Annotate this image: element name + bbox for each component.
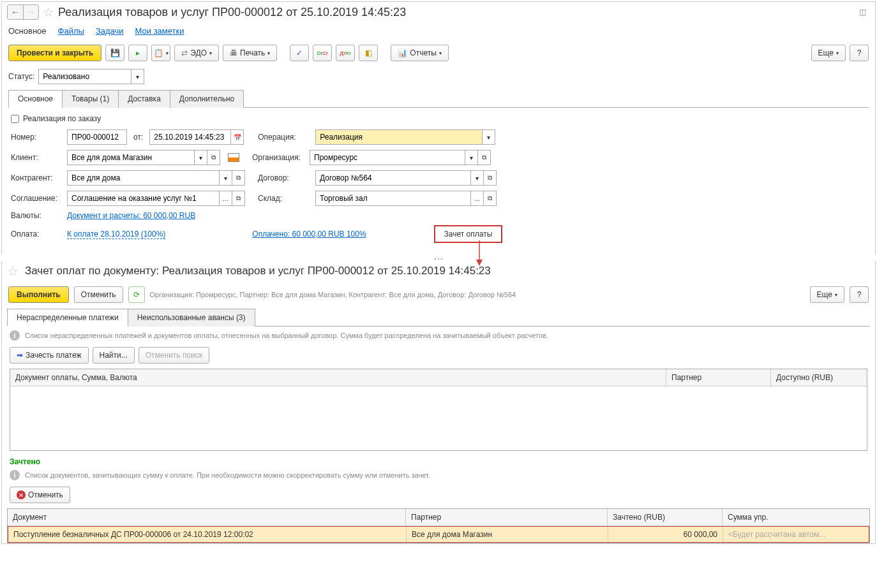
calendar-icon[interactable]: 📅 bbox=[231, 129, 244, 145]
cell-credited: 60 000,00 bbox=[608, 527, 723, 542]
warehouse-label: Склад: bbox=[258, 194, 311, 203]
tab-files[interactable]: Файлы bbox=[58, 26, 84, 36]
back-button[interactable]: ← bbox=[8, 5, 23, 19]
tab-unused-advances[interactable]: Неиспользованные авансы (3) bbox=[128, 309, 255, 327]
org-dropdown-icon[interactable]: ▾ bbox=[465, 150, 478, 165]
col2-partner[interactable]: Партнер bbox=[406, 509, 608, 526]
number-label: Номер: bbox=[11, 133, 63, 142]
agreement-input[interactable] bbox=[67, 191, 220, 206]
status-select[interactable] bbox=[38, 69, 131, 84]
forward-button[interactable]: → bbox=[23, 5, 38, 19]
col-doc-payment[interactable]: Документ оплаты, Сумма, Валюта bbox=[10, 369, 666, 386]
offset-payment-button[interactable]: Зачет оплаты bbox=[434, 225, 503, 243]
client-input[interactable] bbox=[67, 150, 195, 165]
favorite-star-icon[interactable]: ☆ bbox=[43, 4, 54, 20]
currency-label: Валюты: bbox=[11, 211, 63, 220]
save-button[interactable]: 💾 bbox=[105, 45, 124, 61]
contract-label: Договор: bbox=[258, 173, 311, 182]
tab-notes[interactable]: Мои заметки bbox=[135, 26, 184, 36]
info-icon: i bbox=[10, 330, 20, 341]
execute-button[interactable]: Выполнить bbox=[8, 286, 69, 303]
more-button[interactable]: Еще▾ bbox=[811, 45, 846, 61]
warehouse-open-icon[interactable]: ⧉ bbox=[484, 191, 497, 206]
find-button[interactable]: Найти... bbox=[93, 347, 135, 364]
dtkt-button[interactable]: ДтКт bbox=[336, 45, 355, 61]
credited-header: Зачтено bbox=[2, 453, 875, 470]
card-icon[interactable] bbox=[228, 153, 239, 162]
tab-tasks[interactable]: Задачи bbox=[96, 26, 124, 36]
agreement-more-icon[interactable]: … bbox=[220, 191, 232, 206]
undistributed-table: Документ оплаты, Сумма, Валюта Партнер Д… bbox=[10, 369, 867, 451]
cancel-credit-button[interactable]: ✕Отменить bbox=[10, 487, 70, 503]
operation-dropdown-icon[interactable]: ▾ bbox=[483, 129, 495, 145]
info-icon-2: i bbox=[10, 470, 20, 480]
panel-resizer[interactable]: • • • bbox=[0, 256, 877, 260]
date-input[interactable] bbox=[149, 129, 231, 145]
post-and-close-button[interactable]: Провести и закрыть bbox=[8, 45, 101, 61]
tab-main[interactable]: Основное bbox=[8, 26, 47, 36]
col-partner[interactable]: Партнер bbox=[666, 369, 771, 386]
tab-undistributed[interactable]: Нераспределенные платежи bbox=[7, 309, 128, 327]
subtab-delivery[interactable]: Доставка bbox=[118, 90, 170, 108]
help-button-2[interactable]: ? bbox=[850, 286, 869, 303]
main-toolbar: Провести и закрыть 💾 ▸ 📋▾ ⇄ЭДО▾ 🖶Печать▾… bbox=[2, 40, 875, 66]
info-text-2: Список документов, зачитывающих сумму к … bbox=[25, 471, 430, 479]
create-based-button[interactable]: 📋▾ bbox=[151, 45, 170, 61]
credit-payment-button[interactable]: ➡Зачесть платеж bbox=[10, 347, 89, 364]
contragent-open-icon[interactable]: ⧉ bbox=[232, 170, 245, 186]
number-input[interactable] bbox=[67, 129, 127, 145]
col2-credited[interactable]: Зачтено (RUB) bbox=[608, 509, 723, 526]
org-open-icon[interactable]: ⧉ bbox=[478, 150, 491, 165]
edo-button[interactable]: ⇄ЭДО▾ bbox=[174, 45, 219, 61]
table-row-selected[interactable]: Поступление безналичных ДС ПР00-000006 о… bbox=[8, 526, 869, 543]
currency-link[interactable]: Документ и расчеты: 60 000,00 RUB bbox=[67, 211, 195, 220]
subtab-extra[interactable]: Дополнительно bbox=[170, 90, 244, 108]
client-dropdown-icon[interactable]: ▾ bbox=[195, 150, 207, 165]
check-button[interactable]: ✓ bbox=[290, 45, 309, 61]
org-input[interactable] bbox=[310, 150, 465, 165]
cancel-search-button[interactable]: Отменить поиск bbox=[139, 347, 209, 364]
operation-input[interactable] bbox=[315, 129, 483, 145]
subtab-goods[interactable]: Товары (1) bbox=[62, 90, 119, 108]
agreement-open-icon[interactable]: ⧉ bbox=[232, 191, 245, 206]
by-order-checkbox[interactable] bbox=[11, 115, 19, 123]
struct-button[interactable]: ◧ bbox=[359, 45, 378, 61]
warehouse-input[interactable] bbox=[315, 191, 471, 206]
page-title: Реализация товаров и услуг ПР00-000012 о… bbox=[58, 6, 406, 19]
contract-open-icon[interactable]: ⧉ bbox=[484, 170, 497, 186]
favorite-star-icon-2[interactable]: ☆ bbox=[7, 263, 19, 279]
cell-sum: <Будет рассчитана автом... bbox=[723, 527, 869, 542]
page-title-2: Зачет оплат по документу: Реализация тов… bbox=[25, 265, 491, 277]
bottom-tabs: Нераспределенные платежи Неиспользованны… bbox=[7, 308, 870, 327]
help-button[interactable]: ? bbox=[850, 45, 869, 61]
contragent-dropdown-icon[interactable]: ▾ bbox=[220, 170, 232, 186]
col-available[interactable]: Доступно (RUB) bbox=[771, 369, 867, 386]
reports-button[interactable]: 📊Отчеты▾ bbox=[391, 45, 448, 61]
paid-link[interactable]: Оплачено: 60 000,00 RUB 100% bbox=[252, 230, 366, 239]
payment-link[interactable]: К оплате 28.10.2019 (100%) bbox=[67, 230, 165, 239]
client-label: Клиент: bbox=[11, 153, 63, 162]
more-button-2[interactable]: Еще▾ bbox=[810, 286, 844, 303]
cancel-button[interactable]: Отменить bbox=[74, 286, 123, 303]
nav-tabs: Основное Файлы Задачи Мои заметки bbox=[2, 22, 875, 40]
contract-dropdown-icon[interactable]: ▾ bbox=[471, 170, 484, 186]
credited-table: Документ Партнер Зачтено (RUB) Сумма упр… bbox=[7, 508, 870, 543]
contract-input[interactable] bbox=[315, 170, 471, 186]
table-body-empty[interactable] bbox=[10, 386, 867, 450]
nav-buttons: ← → bbox=[7, 4, 39, 20]
status-dropdown-icon[interactable]: ▾ bbox=[131, 69, 144, 84]
col2-doc[interactable]: Документ bbox=[8, 509, 406, 526]
print-button[interactable]: 🖶Печать▾ bbox=[223, 45, 277, 61]
from-label: от: bbox=[133, 133, 143, 142]
client-open-icon[interactable]: ⧉ bbox=[207, 150, 220, 165]
post-button[interactable]: ▸ bbox=[128, 45, 147, 61]
col2-sum[interactable]: Сумма упр. bbox=[723, 509, 869, 526]
subtab-main[interactable]: Основное bbox=[8, 90, 63, 108]
warehouse-more-icon[interactable]: … bbox=[471, 191, 484, 206]
by-order-label: Реализация по заказу bbox=[23, 114, 101, 123]
refresh-button[interactable]: ⟳ bbox=[128, 286, 145, 303]
window-control-icon[interactable]: ◫ bbox=[859, 8, 866, 17]
drcr-button[interactable]: DrCr bbox=[313, 45, 332, 61]
cell-partner: Все для дома Магазин bbox=[407, 527, 608, 542]
contragent-input[interactable] bbox=[67, 170, 220, 186]
